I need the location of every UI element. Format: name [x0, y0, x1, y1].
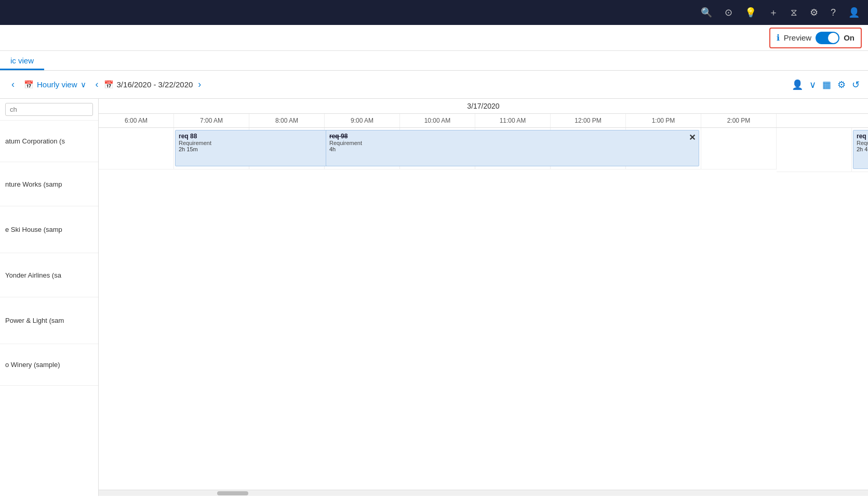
view-selector[interactable]: 📅 Hourly view ∨: [20, 78, 90, 91]
plus-icon[interactable]: ＋: [769, 6, 778, 19]
check-circle-icon[interactable]: ⊙: [725, 7, 732, 18]
grid-row-0: req 88Requirement2h 15m⟳req 98Requiremen…: [99, 128, 777, 169]
sidebar-row-label-0: atum Corporation (s: [5, 137, 65, 145]
event-title: req 88: [179, 133, 334, 140]
grid-row-1: req 88Requirement2h 45m⟳req 94Requiremen…: [777, 128, 868, 172]
preview-bar: ℹ Preview On: [0, 25, 868, 51]
time-slot-header: 2:00 PM: [701, 114, 777, 127]
sidebar-row-label-4: Power & Light (sam: [5, 317, 64, 324]
time-slot-header: 11:00 AM: [475, 114, 551, 127]
sidebar-row-3: Yonder Airlines (sa: [0, 253, 98, 297]
sidebar-row-label-1: nture Works (samp: [5, 180, 62, 188]
grid-cell-r0-c0: [99, 128, 174, 169]
tab-board-view[interactable]: ic view: [0, 51, 44, 70]
grid-view-icon[interactable]: ▦: [822, 79, 831, 90]
grid-body: req 88Requirement2h 15m⟳req 98Requiremen…: [99, 128, 868, 490]
settings-icon[interactable]: ⚙: [810, 7, 818, 18]
time-slot-header: 10:00 AM: [400, 114, 475, 127]
horizontal-scrollbar[interactable]: [99, 490, 868, 496]
sidebar-row-4: Power & Light (sam: [0, 297, 98, 344]
sidebar-row-label-2: e Ski House (samp: [5, 226, 62, 233]
settings-toolbar-icon[interactable]: ⚙: [837, 79, 846, 90]
top-navigation: 🔍 ⊙ 💡 ＋ ⧖ ⚙ ? 👤: [0, 0, 868, 25]
preview-label: Preview: [784, 33, 811, 42]
sidebar-row-label-5: o Winery (sample): [5, 361, 60, 369]
time-header-row: 6:00 AM7:00 AM8:00 AM9:00 AM10:00 AM11:0…: [99, 114, 868, 128]
event-block-r1-e0[interactable]: req 88Requirement2h 45m⟳: [853, 130, 868, 169]
sidebar-row-0: atum Corporation (s: [0, 121, 98, 162]
event-subtitle: Requirement: [179, 140, 334, 146]
event-title: req 98: [329, 133, 696, 140]
search-input[interactable]: [5, 103, 93, 116]
time-slot-header: 1:00 PM: [626, 114, 701, 127]
preview-state: On: [844, 33, 854, 42]
main-content: atum Corporation (s nture Works (samp e …: [0, 99, 868, 496]
chevron-down-icon: ∨: [81, 80, 86, 89]
event-subtitle: Requirement: [857, 140, 868, 146]
preview-toggle-container: ℹ Preview On: [769, 28, 862, 48]
toggle-thumb: [828, 33, 838, 43]
calendar-date-icon: 📅: [104, 80, 114, 89]
search-icon[interactable]: 🔍: [701, 7, 712, 18]
time-slot-header: 7:00 AM: [174, 114, 249, 127]
time-slot-header: 12:00 PM: [551, 114, 626, 127]
view-label: Hourly view: [37, 80, 77, 89]
preview-toggle[interactable]: [816, 32, 839, 44]
event-block-r0-e0[interactable]: req 88Requirement2h 15m⟳: [175, 130, 338, 166]
sidebar-row-1: nture Works (samp: [0, 162, 98, 206]
grid-cell-r1-c0: [777, 128, 852, 172]
sidebar-rows: atum Corporation (s nture Works (samp e …: [0, 121, 98, 386]
sidebar-row-2: e Ski House (samp: [0, 206, 98, 253]
time-slot-header: 6:00 AM: [99, 114, 174, 127]
chevron-resource-down-icon[interactable]: ∨: [809, 79, 816, 90]
calendar-icon: 📅: [24, 80, 34, 89]
tab-strip: ic view: [0, 51, 868, 71]
calendar-area: 3/17/2020 6:00 AM7:00 AM8:00 AM9:00 AM10…: [99, 99, 868, 496]
time-slot-header: 8:00 AM: [249, 114, 325, 127]
scrollbar-thumb[interactable]: [217, 491, 248, 495]
time-slot-header: 9:00 AM: [325, 114, 400, 127]
prev-date-button[interactable]: ‹: [92, 77, 102, 92]
event-duration: 4h: [329, 146, 696, 152]
prev-button[interactable]: ‹: [8, 77, 18, 92]
info-icon[interactable]: ℹ: [777, 33, 780, 43]
resource-icon[interactable]: 👤: [792, 79, 803, 90]
sidebar: atum Corporation (s nture Works (samp e …: [0, 99, 99, 496]
person-icon[interactable]: 👤: [848, 7, 860, 18]
sidebar-row-5: o Winery (sample): [0, 344, 98, 386]
refresh-icon[interactable]: ↺: [852, 79, 860, 90]
event-title: req 88: [857, 133, 868, 140]
help-icon[interactable]: ?: [831, 7, 836, 18]
search-box: [0, 99, 98, 121]
event-duration: 2h 15m: [179, 146, 334, 152]
filter-icon[interactable]: ⧖: [791, 7, 797, 18]
date-range: 📅 3/16/2020 - 3/22/2020: [104, 80, 193, 89]
lightbulb-icon[interactable]: 💡: [745, 7, 756, 18]
close-icon[interactable]: ✕: [689, 133, 696, 142]
toolbar-left: ‹ 📅 Hourly view ∨ ‹ 📅 3/16/2020 - 3/22/2…: [8, 77, 787, 92]
event-block-r0-e1[interactable]: req 98Requirement4h✕: [326, 130, 699, 166]
date-range-text: 3/16/2020 - 3/22/2020: [117, 80, 193, 89]
next-date-button[interactable]: ›: [195, 77, 204, 92]
toolbar: ‹ 📅 Hourly view ∨ ‹ 📅 3/16/2020 - 3/22/2…: [0, 71, 868, 99]
event-duration: 2h 45m: [857, 146, 868, 152]
grid-cell-r0-c8: [701, 128, 777, 169]
event-subtitle: Requirement: [329, 140, 696, 146]
toolbar-right: 👤 ∨ ▦ ⚙ ↺: [792, 79, 860, 90]
sidebar-row-label-3: Yonder Airlines (sa: [5, 271, 61, 279]
toggle-track: [816, 32, 839, 44]
date-header: 3/17/2020: [99, 99, 868, 114]
